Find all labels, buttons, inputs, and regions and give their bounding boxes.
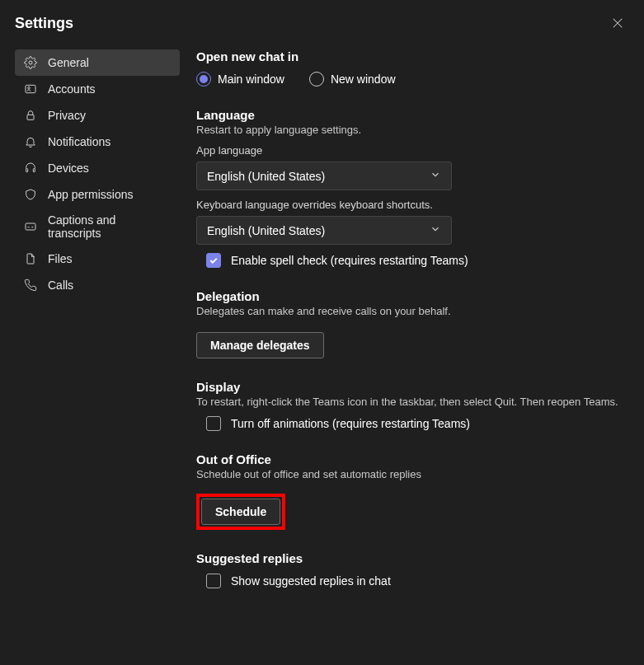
svg-rect-1: [26, 85, 35, 92]
select-value: English (United States): [207, 170, 325, 183]
suggested-row: Show suggested replies in chat: [206, 574, 621, 588]
display-sub: To restart, right-click the Teams icon i…: [196, 396, 621, 408]
open-chat-title: Open new chat in: [196, 49, 621, 63]
sidebar-item-files[interactable]: Files: [15, 246, 180, 272]
titlebar: Settings: [15, 12, 629, 35]
file-icon: [23, 251, 38, 266]
sidebar-item-captions[interactable]: Captions and transcripts: [15, 208, 180, 246]
captions-icon: [23, 219, 38, 234]
body: General Accounts Privacy Notifications D…: [15, 49, 629, 665]
close-button[interactable]: [606, 12, 629, 35]
radio-icon: [196, 72, 211, 87]
app-language-select[interactable]: English (United States): [196, 162, 452, 190]
language-title: Language: [196, 108, 621, 122]
sidebar-item-label: Notifications: [48, 135, 110, 148]
sidebar-item-general[interactable]: General: [15, 49, 180, 76]
spellcheck-label: Enable spell check (requires restarting …: [231, 254, 468, 267]
headset-icon: [23, 161, 38, 176]
sidebar-item-label: Accounts: [48, 82, 96, 96]
display-title: Display: [196, 380, 621, 394]
sidebar-item-label: Privacy: [48, 109, 86, 122]
sidebar-item-privacy[interactable]: Privacy: [15, 102, 180, 129]
sidebar-item-label: Devices: [48, 162, 89, 175]
suggested-title: Suggested replies: [196, 551, 621, 565]
svg-rect-5: [33, 169, 35, 172]
spellcheck-row: Enable spell check (requires restarting …: [206, 253, 621, 268]
sidebar-item-label: App permissions: [48, 188, 134, 201]
sidebar-item-accounts[interactable]: Accounts: [15, 76, 180, 102]
manage-delegates-button[interactable]: Manage delegates: [196, 332, 324, 358]
svg-rect-4: [26, 169, 28, 172]
sidebar-item-calls[interactable]: Calls: [15, 272, 180, 298]
chevron-down-icon: [430, 169, 441, 183]
sidebar-item-notifications[interactable]: Notifications: [15, 129, 180, 155]
gear-icon: [23, 55, 38, 70]
sidebar-item-label: Calls: [48, 279, 73, 292]
ooo-sub: Schedule out of office and set automatic…: [196, 468, 621, 480]
app-language-label: App language: [196, 144, 621, 157]
delegation-section: Delegation Delegates can make and receiv…: [196, 289, 621, 358]
out-of-office-section: Out of Office Schedule out of office and…: [196, 452, 621, 530]
ooo-title: Out of Office: [196, 452, 621, 466]
svg-rect-3: [27, 115, 34, 119]
sidebar-item-label: Files: [48, 252, 73, 265]
highlight-box: Schedule: [196, 494, 285, 530]
chevron-down-icon: [430, 223, 441, 237]
sidebar-item-label: Captions and transcripts: [48, 213, 172, 240]
keyboard-language-label: Keyboard language overrides keyboard sho…: [196, 199, 621, 211]
content: Open new chat in Main window New window …: [196, 49, 629, 665]
select-value: English (United States): [207, 224, 325, 237]
shield-icon: [23, 187, 38, 202]
settings-window: Settings General Accounts Privacy Notifi…: [0, 0, 644, 665]
sidebar: General Accounts Privacy Notifications D…: [15, 49, 180, 665]
language-section: Language Restart to apply language setti…: [196, 108, 621, 268]
language-sub: Restart to apply language settings.: [196, 124, 621, 136]
animations-label: Turn off animations (requires restarting…: [231, 417, 470, 430]
animations-row: Turn off animations (requires restarting…: [206, 416, 621, 431]
sidebar-item-app-permissions[interactable]: App permissions: [15, 181, 180, 208]
svg-point-0: [29, 61, 32, 64]
page-title: Settings: [15, 15, 73, 32]
animations-checkbox[interactable]: [206, 416, 221, 431]
suggested-label: Show suggested replies in chat: [231, 574, 391, 588]
suggested-replies-section: Suggested replies Show suggested replies…: [196, 551, 621, 588]
keyboard-language-select[interactable]: English (United States): [196, 216, 452, 245]
svg-point-2: [28, 87, 31, 89]
svg-rect-6: [26, 223, 35, 230]
open-chat-section: Open new chat in Main window New window: [196, 49, 621, 87]
radio-label: New window: [331, 73, 396, 86]
radio-icon: [309, 72, 324, 87]
person-card-icon: [23, 82, 38, 96]
radio-label: Main window: [218, 73, 284, 86]
spellcheck-checkbox[interactable]: [206, 253, 221, 268]
delegation-title: Delegation: [196, 289, 621, 303]
suggested-checkbox[interactable]: [206, 574, 221, 588]
radio-main-window[interactable]: Main window: [196, 72, 284, 87]
bell-icon: [23, 134, 38, 149]
phone-icon: [23, 278, 38, 293]
sidebar-item-devices[interactable]: Devices: [15, 155, 180, 181]
schedule-button[interactable]: Schedule: [201, 499, 280, 525]
display-section: Display To restart, right-click the Team…: [196, 380, 621, 431]
open-chat-radio-group: Main window New window: [196, 72, 621, 87]
sidebar-item-label: General: [48, 56, 89, 69]
lock-icon: [23, 108, 38, 123]
delegation-sub: Delegates can make and receive calls on …: [196, 305, 621, 317]
radio-new-window[interactable]: New window: [309, 72, 396, 87]
close-icon: [612, 17, 623, 29]
